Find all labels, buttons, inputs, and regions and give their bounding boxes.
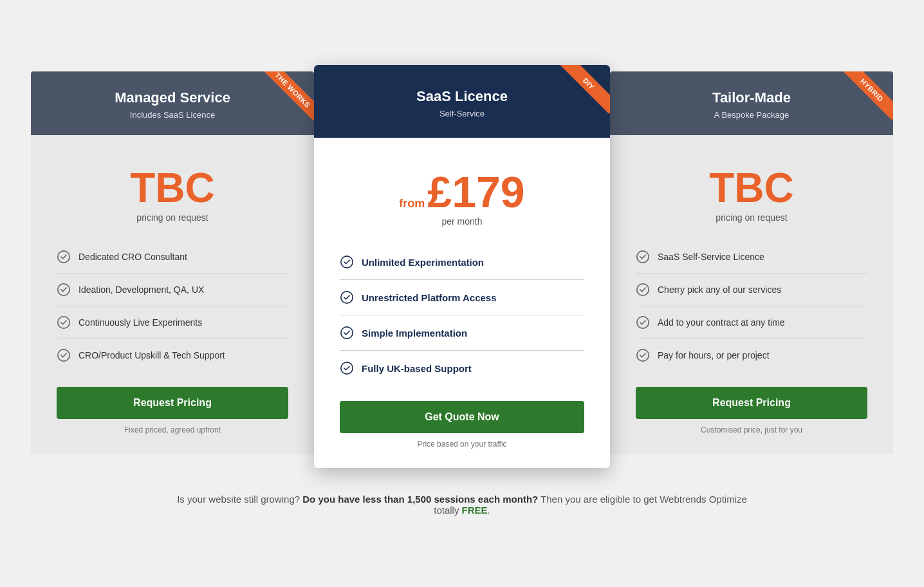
price-tbc-tailor: TBC [636, 167, 867, 209]
svg-point-6 [341, 327, 353, 339]
feature-text: CRO/Product Upskill & Tech Support [79, 350, 225, 360]
svg-point-10 [637, 317, 649, 328]
bottom-note-prefix: Is your website still growing? [177, 494, 302, 505]
pricing-card-tailor: Tailor-MadeA Bespoke PackageHYBRIDTBCpri… [610, 71, 893, 454]
feature-text: Continuously Live Experiments [79, 317, 202, 328]
svg-point-7 [341, 362, 353, 374]
bottom-note-highlight: FREE [462, 505, 488, 516]
svg-point-4 [341, 256, 353, 268]
feature-text: Dedicated CRO Consultant [79, 252, 187, 262]
feature-list-managed: Dedicated CRO ConsultantIdeation, Develo… [57, 241, 288, 371]
check-icon [57, 250, 71, 264]
button-note-saas: Price based on your traffic [340, 440, 584, 449]
feature-item: Add to your contract at any time [636, 306, 867, 339]
svg-point-5 [341, 292, 353, 303]
ribbon-managed: THE WORKS [250, 71, 314, 135]
svg-point-1 [58, 284, 69, 295]
feature-item: Continuously Live Experiments [57, 306, 288, 339]
feature-item: CRO/Product Upskill & Tech Support [57, 339, 288, 371]
price-section-managed: TBCpricing on request [57, 154, 288, 241]
check-icon [57, 315, 71, 330]
card-header-tailor: Tailor-MadeA Bespoke PackageHYBRID [610, 71, 893, 135]
feature-item: Fully UK-based Support [340, 351, 584, 386]
bottom-note: Is your website still growing? Do you ha… [172, 494, 752, 516]
ribbon-label-tailor: HYBRID [842, 71, 893, 120]
cta-button-saas[interactable]: Get Quote Now [340, 401, 584, 433]
check-icon [636, 250, 650, 264]
feature-list-tailor: SaaS Self-Service LicenceCherry pick any… [636, 241, 867, 371]
price-from-saas: from [399, 197, 425, 210]
card-body-saas: from£179per monthUnlimited Experimentati… [314, 138, 610, 468]
feature-list-saas: Unlimited ExperimentationUnrestricted Pl… [340, 245, 584, 386]
card-header-managed: Managed ServiceIncludes SaaS LicenceTHE … [31, 71, 314, 135]
ribbon-label-managed: THE WORKS [263, 71, 314, 120]
price-subtitle-tailor: pricing on request [636, 212, 867, 223]
feature-item: Simple Implementation [340, 315, 584, 351]
bottom-note-end: . [488, 505, 490, 516]
feature-item: Pay for hours, or per project [636, 339, 867, 371]
bottom-note-bold: Do you have less than 1,500 sessions eac… [302, 494, 538, 505]
svg-point-9 [637, 284, 649, 295]
feature-item: Unlimited Experimentation [340, 245, 584, 280]
button-note-managed: Fixed priced, agreed upfront [57, 425, 288, 434]
price-section-tailor: TBCpricing on request [636, 154, 867, 241]
price-section-saas: from£179per month [340, 157, 584, 245]
card-header-saas: SaaS LicenceSelf-ServiceDIY [314, 65, 610, 138]
check-icon [57, 283, 71, 297]
ribbon-label-saas: DIY [559, 65, 610, 114]
svg-point-11 [637, 349, 649, 361]
feature-text: SaaS Self-Service Licence [658, 252, 764, 262]
check-icon [340, 326, 354, 340]
svg-point-8 [637, 251, 649, 263]
svg-point-2 [58, 317, 69, 328]
button-note-tailor: Customised price, just for you [636, 425, 867, 434]
pricing-card-managed: Managed ServiceIncludes SaaS LicenceTHE … [31, 71, 314, 454]
pricing-section: Managed ServiceIncludes SaaS LicenceTHE … [18, 71, 906, 461]
cta-button-tailor[interactable]: Request Pricing [636, 387, 867, 419]
check-icon [340, 290, 354, 304]
check-icon [636, 283, 650, 297]
check-icon [340, 361, 354, 375]
price-row-saas: from£179 [340, 170, 584, 214]
feature-text: Simple Implementation [362, 328, 467, 339]
feature-text: Ideation, Development, QA, UX [79, 284, 204, 295]
svg-point-0 [58, 251, 69, 263]
check-icon [57, 348, 71, 362]
feature-text: Unrestricted Platform Access [362, 292, 497, 303]
card-body-tailor: TBCpricing on requestSaaS Self-Service L… [610, 135, 893, 454]
ribbon-saas: DIY [546, 65, 610, 129]
svg-point-3 [58, 349, 69, 361]
price-subtitle-managed: pricing on request [57, 212, 288, 223]
price-tbc-managed: TBC [57, 167, 288, 209]
feature-item: Dedicated CRO Consultant [57, 241, 288, 274]
feature-item: SaaS Self-Service Licence [636, 241, 867, 274]
cta-button-managed[interactable]: Request Pricing [57, 387, 288, 419]
pricing-card-saas: SaaS LicenceSelf-ServiceDIYfrom£179per m… [314, 65, 610, 468]
feature-item: Cherry pick any of our services [636, 274, 867, 306]
feature-text: Fully UK-based Support [362, 363, 472, 374]
feature-item: Ideation, Development, QA, UX [57, 274, 288, 306]
ribbon-tailor: HYBRID [829, 71, 893, 135]
card-body-managed: TBCpricing on requestDedicated CRO Consu… [31, 135, 314, 454]
feature-text: Add to your contract at any time [658, 317, 785, 328]
feature-text: Unlimited Experimentation [362, 257, 484, 268]
feature-text: Pay for hours, or per project [658, 350, 770, 360]
check-icon [636, 348, 650, 362]
check-icon [340, 255, 354, 269]
feature-item: Unrestricted Platform Access [340, 280, 584, 315]
price-subtitle-saas: per month [340, 216, 584, 227]
price-amount-saas: £179 [427, 170, 524, 214]
feature-text: Cherry pick any of our services [658, 284, 781, 295]
check-icon [636, 315, 650, 330]
